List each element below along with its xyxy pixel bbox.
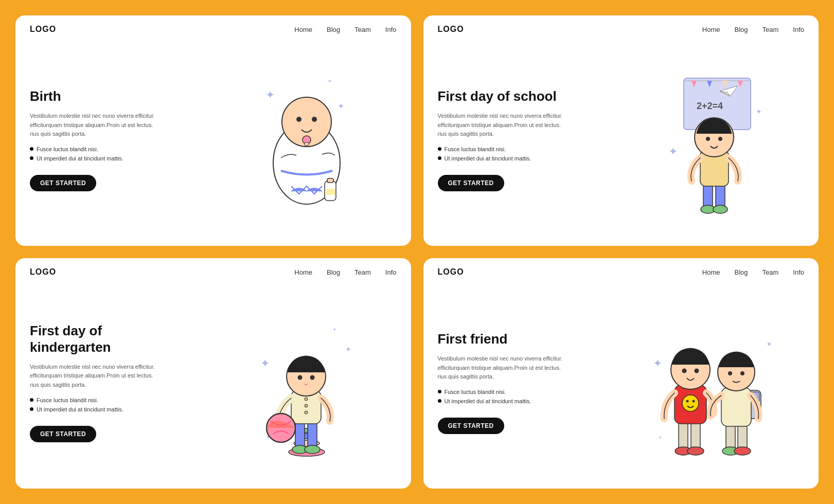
main-grid: LOGO Home Blog Team Info Birth Vestibulu… [0,0,834,504]
svg-point-51 [310,375,315,380]
svg-text:✦: ✦ [327,78,332,85]
dot-birth-2 [30,156,33,160]
illustration-school: ✦ ✦ ✦ 2+2=4 [616,34,813,246]
svg-point-26 [713,205,727,213]
svg-rect-9 [305,142,309,146]
dot-school-2 [438,156,441,160]
body-school: First day of school Vestibulum molestie … [423,34,819,246]
svg-point-74 [728,371,732,375]
content-birth: Birth Vestibulum molestie nisl nec nuno … [30,43,164,231]
dot-friends-1 [438,390,441,393]
svg-text:✦: ✦ [766,340,772,348]
bullet-school-1: Fusce luctus blandit nisi. [438,146,572,152]
logo-friends: LOGO [438,267,464,277]
nav-home-kinder[interactable]: Home [294,268,312,276]
nav-info-friends[interactable]: Info [793,268,804,276]
svg-point-44 [305,398,308,401]
bullet-school-2: Ut imperdiet dui at tincidunt mattis. [438,155,572,161]
desc-birth: Vestibulum molestie nisl nec nuno viverr… [30,112,164,139]
kinder-svg: ✦ ✦ ✦ ✦ [250,305,363,460]
nav-links-school: Home Blog Team Info [702,26,804,33]
bullets-birth: Fusce luctus blandit nisi. Ut imperdiet … [30,146,164,165]
nav-home-school[interactable]: Home [702,26,720,33]
dot-friends-2 [438,399,441,403]
birth-svg: ✦ ✦ ✦ ✦ [250,68,363,212]
title-kindergarten: First day of kindergarten [30,323,164,355]
nav-info-kinder[interactable]: Info [385,268,397,276]
nav-blog-birth[interactable]: Blog [327,26,340,33]
nav-school: LOGO Home Blog Team Info [423,15,819,34]
svg-point-62 [692,400,695,403]
svg-text:✦: ✦ [658,435,662,440]
nav-blog-kinder[interactable]: Blog [327,268,340,276]
svg-rect-12 [326,189,335,195]
svg-text:✦: ✦ [668,145,678,158]
card-kindergarten: LOGO Home Blog Team Info First day of ki… [15,258,411,489]
nav-blog-school[interactable]: Blog [734,26,748,33]
illustration-friends: ✦ ✦ ✦ [616,277,813,489]
title-school: First day of school [438,88,572,104]
illustration-kindergarten: ✦ ✦ ✦ ✦ [208,277,405,489]
body-kindergarten: First day of kindergarten Vestibulum mol… [15,277,411,489]
dot-kinder-1 [30,398,33,402]
svg-point-42 [305,445,320,454]
svg-text:✦: ✦ [338,102,344,111]
nav-kindergarten: LOGO Home Blog Team Info [15,258,411,277]
svg-text:✦: ✦ [265,88,275,101]
nav-info-birth[interactable]: Info [385,26,397,33]
svg-rect-11 [327,178,333,183]
svg-point-45 [305,404,308,407]
svg-point-69 [734,447,751,455]
svg-text:✦: ✦ [260,357,270,370]
school-svg: ✦ ✦ ✦ 2+2=4 [658,63,771,217]
content-kindergarten: First day of kindergarten Vestibulum mol… [30,286,164,474]
nav-team-kinder[interactable]: Team [354,268,371,276]
nav-links-friends: Home Blog Team Info [702,268,804,276]
svg-text:2+2=4: 2+2=4 [697,101,723,111]
dot-kinder-2 [30,407,33,411]
dot-birth-1 [30,147,33,151]
svg-point-7 [312,117,317,122]
desc-kindergarten: Vestibulum molestie nisl nec nuno viverr… [30,363,164,390]
bullet-kinder-1: Fusce luctus blandit nisi. [30,397,164,403]
get-started-btn-school[interactable]: GET STARTED [438,175,504,191]
svg-point-64 [682,369,686,373]
nav-links-kindergarten: Home Blog Team Info [294,268,396,276]
dot-school-1 [438,147,441,151]
get-started-btn-kindergarten[interactable]: GET STARTED [30,426,96,442]
bullets-friends: Fusce luctus blandit nisi. Ut imperdiet … [438,389,572,407]
logo-birth: LOGO [30,25,56,34]
card-friends: LOGO Home Blog Team Info First friend Ve… [423,258,819,489]
bullet-friends-1: Fusce luctus blandit nisi. [438,389,572,395]
title-birth: Birth [30,88,164,104]
svg-point-61 [686,400,688,403]
get-started-btn-birth[interactable]: GET STARTED [30,175,96,191]
title-friends: First friend [438,331,572,347]
bullets-school: Fusce luctus blandit nisi. Ut imperdiet … [438,146,572,165]
svg-point-75 [740,371,744,375]
svg-point-6 [296,117,301,122]
nav-links-birth: Home Blog Team Info [294,26,396,33]
illustration-birth: ✦ ✦ ✦ ✦ [208,34,405,246]
nav-info-school[interactable]: Info [793,26,804,33]
card-birth: LOGO Home Blog Team Info Birth Vestibulu… [15,15,411,246]
svg-point-65 [694,369,699,373]
svg-point-50 [298,375,303,380]
nav-team-friends[interactable]: Team [762,268,779,276]
bullet-birth-2: Ut imperdiet dui at tincidunt mattis. [30,155,164,161]
nav-team-school[interactable]: Team [762,26,779,33]
svg-point-58 [687,447,704,455]
desc-friends: Vestibulum molestie nisl nec nuno viverr… [438,354,572,382]
get-started-btn-friends[interactable]: GET STARTED [438,418,504,434]
svg-text:✦: ✦ [653,357,662,370]
nav-team-birth[interactable]: Team [354,26,371,33]
svg-point-46 [305,411,308,414]
bullet-friends-2: Ut imperdiet dui at tincidunt mattis. [438,398,572,404]
nav-friends: LOGO Home Blog Team Info [423,258,819,277]
nav-home-friends[interactable]: Home [702,268,720,276]
body-birth: Birth Vestibulum molestie nisl nec nuno … [15,34,411,246]
nav-blog-friends[interactable]: Blog [734,268,748,276]
content-school: First day of school Vestibulum molestie … [438,43,572,231]
nav-home-birth[interactable]: Home [294,26,312,33]
nav-birth: LOGO Home Blog Team Info [15,15,411,34]
